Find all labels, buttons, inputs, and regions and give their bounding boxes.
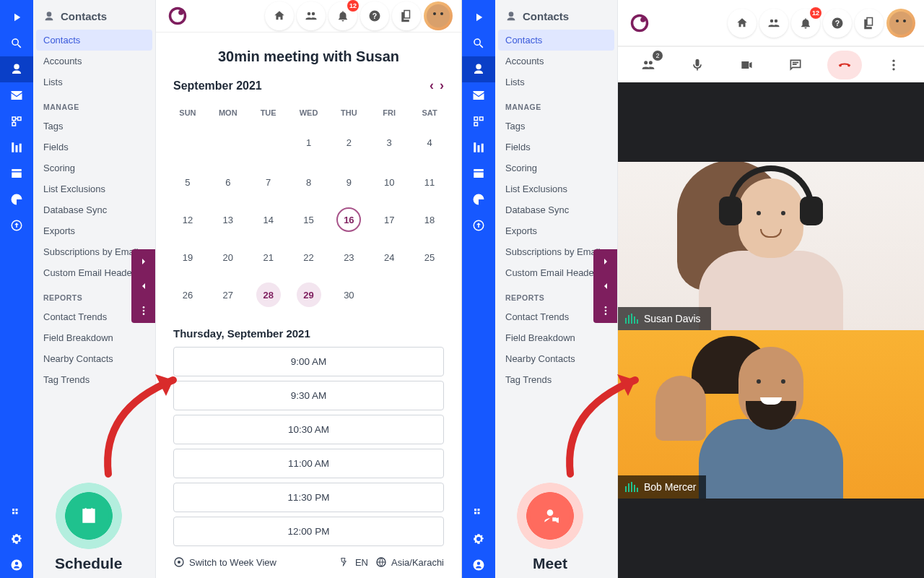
sidebar-item-tags[interactable]: Tags — [495, 116, 617, 137]
sidebar-item-database-sync[interactable]: Database Sync — [33, 199, 155, 220]
rail-workflow-icon[interactable] — [0, 108, 33, 134]
cal-day[interactable]: 7 — [248, 163, 289, 201]
cal-day[interactable]: 4 — [409, 124, 450, 163]
cal-day[interactable]: 6 — [208, 163, 248, 201]
cal-day[interactable]: 29 — [289, 276, 329, 316]
camera-icon[interactable] — [729, 51, 764, 79]
cal-day[interactable]: 17 — [369, 201, 409, 238]
app-logo-icon[interactable] — [165, 3, 191, 29]
cal-day[interactable]: 27 — [208, 276, 248, 316]
home-icon[interactable] — [265, 1, 294, 30]
calendar-next-icon[interactable]: › — [440, 78, 444, 93]
rail-calendar-icon[interactable] — [462, 160, 495, 186]
cal-day[interactable]: 21 — [248, 238, 289, 276]
cal-day[interactable] — [369, 276, 409, 316]
cal-day[interactable]: 10 — [369, 163, 409, 201]
sidebar-item-accounts[interactable]: Accounts — [33, 51, 155, 72]
sidebar-item-scoring[interactable]: Scoring — [495, 158, 617, 178]
drawer-prev-icon[interactable] — [593, 274, 618, 298]
sidebar-item-field-breakdown[interactable]: Field Breakdown — [495, 327, 617, 348]
rail-upload-icon[interactable] — [0, 212, 33, 238]
video-tile-bob[interactable]: Bob Mercer — [618, 330, 924, 499]
rail-user-icon[interactable] — [0, 552, 33, 578]
home-icon[interactable] — [728, 9, 757, 38]
rail-search-icon[interactable] — [462, 30, 495, 56]
time-slot[interactable]: 11:00 AM — [173, 449, 444, 478]
sidebar-item-field-breakdown[interactable]: Field Breakdown — [33, 327, 155, 348]
cal-day[interactable] — [248, 124, 289, 163]
cal-day[interactable]: 16 — [328, 201, 369, 238]
bell-icon[interactable]: 12 — [791, 9, 820, 38]
calendar-prev-icon[interactable]: ‹ — [430, 78, 434, 93]
avatar[interactable] — [886, 9, 915, 38]
cal-day[interactable]: 18 — [409, 201, 450, 238]
rail-logo-icon[interactable] — [0, 4, 33, 30]
drawer-next-icon[interactable] — [131, 249, 156, 274]
rail-workflow-icon[interactable] — [462, 108, 495, 134]
rail-deals-icon[interactable] — [462, 134, 495, 160]
cal-day[interactable]: 5 — [167, 163, 208, 201]
time-slot[interactable]: 9:00 AM — [173, 347, 444, 376]
time-slot[interactable]: 10:30 AM — [173, 415, 444, 444]
cal-day[interactable]: 13 — [208, 201, 248, 238]
chat-icon[interactable] — [778, 51, 813, 79]
sidebar-item-fields[interactable]: Fields — [495, 137, 617, 158]
copy-icon[interactable] — [855, 9, 884, 38]
cal-day[interactable]: 9 — [328, 163, 369, 201]
rail-reports-icon[interactable] — [462, 186, 495, 212]
sidebar-item-contacts[interactable]: Contacts — [498, 30, 614, 51]
cal-day[interactable]: 19 — [167, 238, 208, 276]
rail-logo-icon[interactable] — [462, 4, 495, 30]
participants-icon[interactable]: 2 — [631, 51, 666, 79]
sidebar-item-scoring[interactable]: Scoring — [33, 158, 155, 178]
sidebar-item-database-sync[interactable]: Database Sync — [495, 199, 617, 220]
sidebar-item-lists[interactable]: Lists — [33, 72, 155, 92]
sidebar-item-contacts[interactable]: Contacts — [36, 30, 152, 51]
sidebar-item-accounts[interactable]: Accounts — [495, 51, 617, 72]
rail-search-icon[interactable] — [0, 30, 33, 56]
cal-day[interactable]: 22 — [289, 238, 329, 276]
bell-icon[interactable]: 12 — [328, 1, 357, 30]
sidebar-item-fields[interactable]: Fields — [33, 137, 155, 158]
sidebar-item-exports[interactable]: Exports — [33, 220, 155, 241]
hangup-icon[interactable] — [827, 51, 862, 79]
rail-reports-icon[interactable] — [0, 186, 33, 212]
app-logo-icon[interactable] — [627, 10, 653, 36]
timezone-selector[interactable]: Asia/Karachi — [375, 556, 444, 568]
people-icon[interactable] — [759, 9, 788, 38]
cal-day[interactable]: 3 — [369, 124, 409, 163]
sidebar-item-lists[interactable]: Lists — [495, 72, 617, 92]
cal-day[interactable] — [208, 124, 248, 163]
rail-upload-icon[interactable] — [462, 212, 495, 238]
cal-day[interactable]: 20 — [208, 238, 248, 276]
rail-contacts-icon[interactable] — [0, 56, 33, 82]
cal-day[interactable]: 15 — [289, 201, 329, 238]
schedule-button-icon[interactable] — [56, 483, 122, 549]
people-icon[interactable] — [297, 1, 326, 30]
sidebar-item-list-exclusions[interactable]: List Exclusions — [495, 178, 617, 199]
cal-day[interactable]: 14 — [248, 201, 289, 238]
cal-day[interactable]: 11 — [409, 163, 450, 201]
microphone-icon[interactable] — [680, 51, 715, 79]
help-icon[interactable]: ? — [823, 9, 852, 38]
sidebar-item-exports[interactable]: Exports — [495, 220, 617, 241]
cal-day[interactable]: 26 — [167, 276, 208, 316]
rail-user-icon[interactable] — [462, 552, 495, 578]
cal-day[interactable] — [409, 276, 450, 316]
copy-icon[interactable] — [392, 1, 421, 30]
rail-deals-icon[interactable] — [0, 134, 33, 160]
cal-day[interactable]: 12 — [167, 201, 208, 238]
cal-day[interactable]: 24 — [369, 238, 409, 276]
cal-day[interactable] — [167, 124, 208, 163]
sidebar-item-list-exclusions[interactable]: List Exclusions — [33, 178, 155, 199]
drawer-more-icon[interactable] — [593, 298, 618, 323]
rail-apps-icon[interactable] — [462, 500, 495, 526]
video-tile-susan[interactable]: Susan Davis — [618, 162, 924, 330]
switch-view-button[interactable]: Switch to Week View — [173, 556, 276, 568]
cal-day[interactable]: 30 — [328, 276, 369, 316]
language-selector[interactable]: EN — [339, 556, 368, 568]
more-icon[interactable] — [876, 51, 911, 79]
time-slot[interactable]: 12:00 PM — [173, 517, 444, 546]
drawer-next-icon[interactable] — [593, 249, 618, 274]
rail-apps-icon[interactable] — [0, 500, 33, 526]
